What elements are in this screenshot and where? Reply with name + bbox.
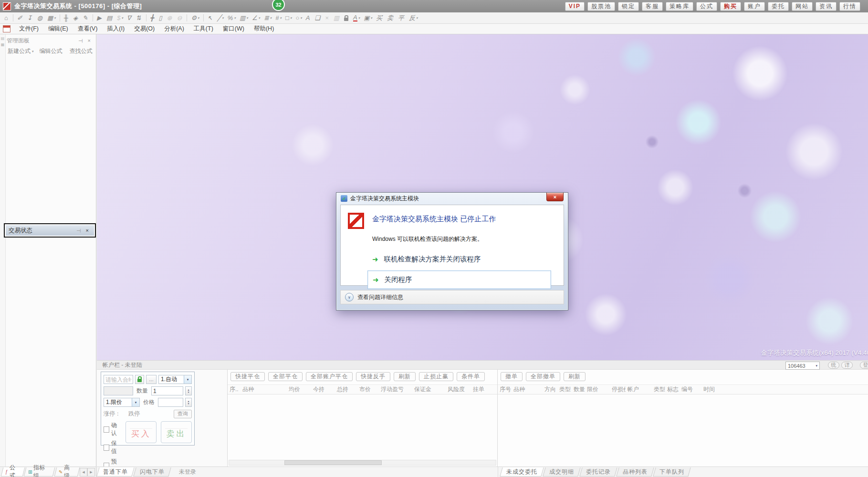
menu-view[interactable]: 查看(V) [73,25,103,33]
tab-formula[interactable]: ƒ公式 [1,467,25,477]
candlestick-icon[interactable]: ╫ [62,14,71,22]
option-check-online[interactable]: ➜ 联机检查解决方案并关闭该程序 [372,255,555,264]
download-icon[interactable]: ↧ [25,14,35,22]
edit-formula-link[interactable]: 编辑公式 [40,47,64,55]
grid-icon[interactable]: #▾ [273,14,283,22]
tab-normal-order[interactable]: 普通下单 [96,467,134,477]
orders-button[interactable]: 委托 [768,2,789,11]
globe-icon[interactable]: ◍ [35,14,45,22]
menu-tools[interactable]: 工具(T) [189,25,218,33]
menu-trade[interactable]: 交易(O) [129,25,159,33]
trendline-icon[interactable]: ╱▾ [215,14,225,22]
callout-icon[interactable]: ❑ [313,14,323,22]
quotes-button[interactable]: 行情 [839,2,860,11]
trade-status-header[interactable]: 交易状态 ⊤ × [6,225,94,236]
tab-order-records[interactable]: 委托记录 [579,467,617,477]
quick-close-icon[interactable]: 平 [396,14,407,22]
tab-advanced[interactable]: ✎高级 [54,467,80,477]
percent-icon[interactable]: %▾ [226,14,238,22]
scrollbar-thumb[interactable] [284,460,382,465]
play-icon[interactable]: ▶ [95,14,105,22]
pencil-icon[interactable]: ✐ [15,14,25,22]
home-icon[interactable]: ⌂ [2,14,11,22]
quantity-input[interactable] [151,386,183,395]
order-mode-select[interactable]: 1.自动 ▾ [158,375,192,384]
news-button[interactable]: 资讯 [816,2,837,11]
ruler-icon[interactable]: ▯ [157,14,165,22]
cancel-all-button[interactable]: 全部撤单 [526,372,560,381]
layout-grid-icon[interactable]: ▦▾ [45,14,58,22]
zoom-out-icon[interactable]: ⊖ [175,14,185,22]
settings-icon[interactable]: ⚙▾ [189,14,201,22]
contract-input[interactable] [104,375,133,384]
pin-icon[interactable]: ⊤ [75,226,82,235]
zoom-in-icon[interactable]: ⊕ [165,14,175,22]
lock-button[interactable]: 锁定 [618,2,639,11]
quantity-stepper[interactable]: ▲▼ [185,386,192,395]
stop-loss-profit-button[interactable]: 止损止赢 [419,372,453,381]
save-icon[interactable]: ▣▾ [362,14,374,22]
menu-help[interactable]: 帮助(H) [249,25,279,33]
option-close-program[interactable]: ➜ 关闭程序 [367,270,551,289]
support-button[interactable]: 客服 [642,2,663,11]
quick-reverse-icon[interactable]: 反▾ [407,14,420,22]
tab-indicator-group[interactable]: ⊞指标组 [24,467,55,477]
list-icon[interactable]: ≣▾ [262,14,273,22]
sort-icon[interactable]: ⇅ [134,14,144,22]
price-type-select[interactable]: 1.限价 ▾ [104,398,140,407]
layout-mini-icon[interactable]: ▦ [0,43,5,47]
close-icon[interactable]: × [84,228,91,233]
conditional-order-button[interactable]: 条件单 [457,372,485,381]
buy-button[interactable]: 买入 [125,421,157,443]
stock-pool-button[interactable]: 股票池 [587,2,615,11]
new-formula-link[interactable]: 新建公式▾ [8,47,34,55]
ellipse-icon[interactable]: ○▾ [293,14,303,22]
confirm-checkbox[interactable]: 确认 [104,421,121,437]
login-pill[interactable]: 登 [860,362,868,369]
dialog-close-button[interactable]: × [546,193,564,201]
account-select[interactable]: 106463 ▾ [785,362,820,370]
dialog-title-bar[interactable]: ✓ 金字塔决策交易系统主模块 [336,193,568,204]
note-icon[interactable]: ▤ [105,14,115,22]
tab-filled-details[interactable]: 成交明细 [543,467,580,477]
detail-pill[interactable]: 详 [841,362,853,369]
scroll-right-icon[interactable]: ▶ [87,468,95,477]
quick-flat-button[interactable]: 快捷平仓 [230,372,265,381]
lock-drawing-icon[interactable] [342,14,351,22]
hedge-checkbox[interactable]: 保值 [104,439,121,456]
filter-icon[interactable]: ∇ [125,14,134,22]
pin-icon[interactable]: ⊤ [77,36,84,45]
tab-flash-order[interactable]: 闪电下单 [133,467,171,477]
gann-icon[interactable]: ▥▾ [238,14,250,22]
sell-button[interactable]: 卖出 [161,421,192,443]
menu-window[interactable]: 窗口(W) [218,25,249,33]
strategy-library-button[interactable]: 策略库 [666,2,693,11]
price-input[interactable] [158,398,183,407]
purchase-button[interactable]: 购买 [720,2,741,11]
delete-drawing-icon[interactable]: × [323,14,332,22]
price-stepper[interactable]: ▲▼ [185,398,192,407]
stats-pill[interactable]: 统 [828,362,839,369]
formula-button[interactable]: 公式 [696,2,717,11]
account-button[interactable]: 账户 [744,2,765,11]
scroll-left-icon[interactable]: ◀ [80,468,87,477]
contract-browse-button[interactable]: … [146,375,157,384]
tab-pending-orders[interactable]: 未成交委托 [500,467,544,477]
tab-symbol-list[interactable]: 品种列表 [616,467,654,477]
text-tool-icon[interactable]: A [304,14,313,22]
all-accounts-flat-button[interactable]: 全部账户平仓 [306,372,353,381]
panel-mini-icon[interactable]: ▤ [0,37,5,41]
dialog-details-expander[interactable]: ∨ 查看问题详细信息 [340,290,564,304]
angle-icon[interactable]: ∠▾ [250,14,262,22]
alert-diamond-icon[interactable]: ◈ [71,14,81,22]
website-button[interactable]: 网站 [792,2,813,11]
vip-button[interactable]: VIP [565,2,585,11]
quick-reverse-button[interactable]: 快捷反手 [356,372,390,381]
font-color-icon[interactable]: A▾ [351,13,362,22]
secondary-input[interactable] [104,386,133,395]
tab-order-queue[interactable]: 下单队列 [653,467,690,477]
close-icon[interactable]: × [85,38,93,43]
quick-buy-icon[interactable]: 买 [374,14,385,22]
dollar-icon[interactable]: $▾ [115,14,125,22]
menu-file[interactable]: 文件(F) [14,25,43,33]
